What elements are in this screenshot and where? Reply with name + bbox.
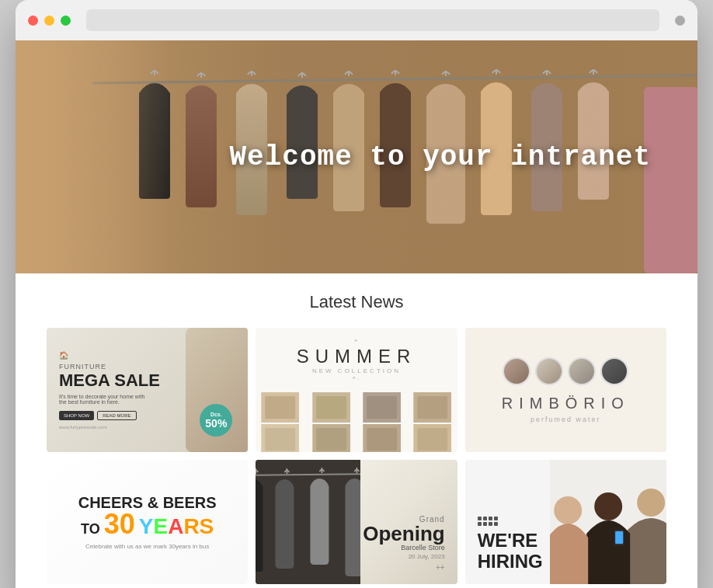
summer-thumb-5 [256, 424, 304, 452]
hiring-title: WE'REHIRING [478, 531, 543, 572]
hero-text: Welcome to your intranet [230, 141, 651, 173]
dot [489, 517, 492, 520]
summer-thumb-4 [408, 392, 457, 423]
hiring-card[interactable]: WE'REHIRING [465, 460, 666, 584]
summer-title: SUMMER [297, 346, 417, 367]
hero-title: Welcome to your intranet [230, 141, 651, 173]
news-grid: 🏠 FURNITURE MEGA SALE It's time to decor… [47, 328, 666, 584]
read-more-button[interactable]: READ MORE [97, 411, 136, 420]
hiring-text: WE'REHIRING [478, 517, 543, 572]
rimborio-card[interactable]: RIMBÖRIO perfumed water [465, 328, 666, 452]
rimborio-circle-3 [568, 357, 596, 385]
cheers-tagline: Celebrate with us as we mark 30years in … [78, 543, 217, 550]
dot [494, 517, 498, 520]
summer-thumb-7 [357, 424, 406, 452]
svg-rect-42 [615, 531, 623, 544]
furniture-icon: 🏠 [59, 351, 235, 360]
svg-rect-20 [367, 396, 397, 419]
svg-rect-28 [367, 428, 397, 451]
cheers-line1: CHEERS & BEERS [78, 495, 217, 510]
svg-point-39 [594, 492, 622, 520]
summer-thumb-6 [307, 424, 356, 452]
minimize-icon[interactable] [44, 16, 54, 26]
cheers-content: CHEERS & BEERS TO 30 YEARS Celebrate wit… [78, 495, 217, 550]
furniture-title: MEGA SALE [59, 372, 235, 389]
letter-e: E [153, 514, 168, 538]
shop-now-button[interactable]: SHOP NOW [59, 411, 94, 420]
svg-rect-13 [644, 87, 697, 273]
grand-title: Opening [363, 524, 444, 544]
maximize-icon[interactable] [61, 16, 71, 26]
furniture-discount-badge: Dcs. 50% [200, 404, 232, 437]
dot [489, 522, 492, 526]
svg-rect-26 [316, 428, 346, 451]
dot [483, 517, 487, 520]
hero-banner: Welcome to your intranet [16, 40, 697, 273]
cheers-number: 30 [104, 508, 135, 540]
svg-point-38 [637, 489, 665, 517]
dot [478, 517, 482, 520]
furniture-sale-card[interactable]: 🏠 FURNITURE MEGA SALE It's time to decor… [47, 328, 248, 452]
browser-titlebar [16, 0, 697, 40]
grand-clothes-svg [256, 460, 360, 584]
hiring-dot-row-2 [478, 522, 543, 526]
svg-rect-30 [417, 428, 447, 451]
rimborio-logo: RIMBÖRIO [502, 395, 630, 412]
cheers-to: TO [81, 521, 104, 537]
rimborio-circles [503, 357, 628, 385]
furniture-subtitle: FURNITURE [59, 363, 235, 371]
svg-rect-14 [16, 40, 170, 273]
discount-percentage: 50% [205, 417, 227, 430]
browser-content: Welcome to your intranet Latest News 🏠 F… [16, 40, 697, 588]
summer-thumb-2 [307, 392, 356, 423]
hiring-people-svg [550, 460, 666, 584]
rimborio-circle-1 [503, 357, 530, 385]
svg-rect-31 [256, 460, 360, 584]
close-icon[interactable] [28, 16, 38, 26]
furniture-description: It's time to decorate your home with the… [59, 394, 152, 405]
address-bar[interactable] [86, 9, 659, 31]
summer-thumb-1 [256, 392, 304, 423]
grand-rack-bg [256, 460, 360, 584]
grand-date: 20 July, 2023 [363, 553, 444, 560]
svg-rect-24 [265, 428, 295, 451]
svg-rect-22 [417, 396, 447, 419]
summer-thumb-3 [357, 392, 406, 423]
discount-label: Dcs. [210, 412, 222, 417]
menu-icon[interactable] [675, 16, 685, 26]
summer-top: + SUMMER NEW COLLECTION +. [256, 328, 457, 392]
rimborio-circle-2 [535, 357, 563, 385]
summer-decorator-top: + [354, 337, 360, 344]
letter-rs: RS [183, 514, 214, 538]
svg-rect-18 [316, 396, 346, 419]
cheers-years-word: YEARS [139, 514, 214, 538]
rimborio-circle-4 [600, 357, 628, 385]
summer-collection-card[interactable]: + SUMMER NEW COLLECTION +. [256, 328, 457, 452]
svg-point-40 [554, 496, 582, 524]
summer-subtitle: NEW COLLECTION [312, 367, 401, 374]
dot [494, 522, 498, 526]
browser-window: Welcome to your intranet Latest News 🏠 F… [16, 0, 697, 588]
grand-opening-card[interactable]: Grand Opening Barcelle Store 20 July, 20… [256, 460, 457, 584]
hiring-dot-row-1 [478, 517, 543, 520]
cheers-beers-card[interactable]: CHEERS & BEERS TO 30 YEARS Celebrate wit… [47, 460, 248, 584]
summer-decorator-bottom: +. [353, 374, 361, 381]
cheers-line2: TO 30 YEARS [78, 510, 217, 538]
letter-a: A [168, 514, 183, 538]
summer-thumbnails [256, 392, 457, 452]
grand-plus: ++ [363, 563, 444, 572]
section-title: Latest News [47, 292, 666, 312]
grand-text: Grand Opening Barcelle Store 20 July, 20… [363, 515, 444, 572]
svg-rect-16 [265, 396, 295, 419]
hiring-people-area [550, 460, 666, 584]
summer-thumb-8 [408, 424, 457, 452]
hiring-dot-grid [478, 517, 543, 526]
rimborio-tagline: perfumed water [530, 416, 601, 423]
dot [483, 522, 487, 526]
latest-news-section: Latest News 🏠 FURNITURE MEGA SALE It's t… [16, 273, 697, 588]
beers-word: BEERS [163, 494, 217, 511]
cheers-ampersand: & [148, 494, 158, 511]
dot [478, 522, 482, 526]
letter-y: Y [139, 514, 154, 538]
